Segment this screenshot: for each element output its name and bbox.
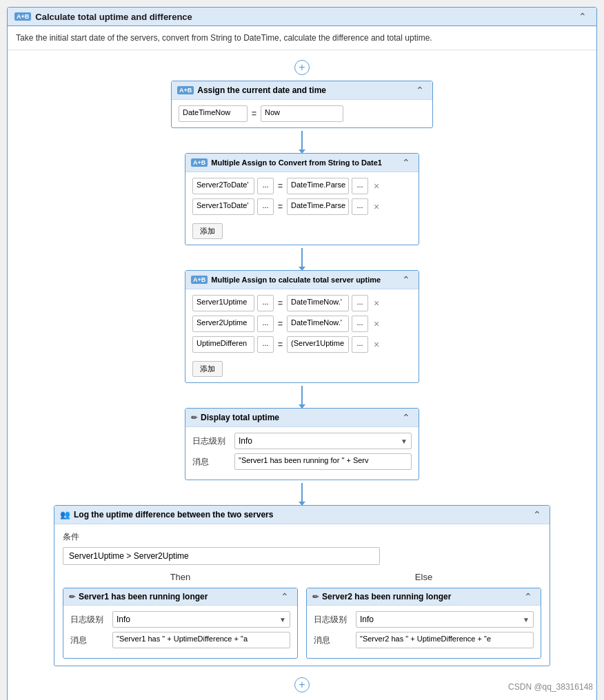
assign-date-block: A+B Assign the current date and time ⌃ D… [171, 81, 433, 128]
then-msg-label: 消息 [70, 635, 108, 646]
mac-row-0: Server2ToDate' ... = DateTime.Parse ... … [192, 178, 412, 194]
mact-del-2[interactable]: × [371, 339, 382, 350]
else-log-select[interactable]: Info ▼ [356, 611, 534, 628]
assign-date-row: DateTimeNow = Now [179, 105, 425, 122]
mac-add-btn[interactable]: 添加 [192, 223, 223, 239]
mac-del-0[interactable]: × [371, 181, 382, 192]
else-block-header: ✏ Server2 has been running longer ⌃ [307, 588, 541, 606]
mac-del-1[interactable]: × [371, 201, 382, 212]
else-msg-row: 消息 "Server2 has " + UptimeDifference + "… [314, 632, 534, 648]
assign-date-body: DateTimeNow = Now [172, 100, 432, 127]
multi-assign-convert-header: A+B Multiple Assign to Convert from Stri… [185, 154, 419, 172]
then-log-select[interactable]: Info ▼ [112, 611, 290, 628]
cond-title: Log the uptime difference between the tw… [74, 510, 273, 519]
datetime-val-field[interactable]: Now [261, 105, 343, 122]
assign-date-ab-icon: A+B [177, 86, 194, 94]
then-block-header: ✏ Server1 has been running longer ⌃ [63, 588, 297, 606]
main-collapse-btn[interactable]: ⌃ [576, 11, 590, 22]
mac-var-1[interactable]: Server1ToDate' [192, 198, 254, 215]
else-log-row: 日志级别 Info ▼ [314, 611, 534, 628]
assign-date-header-left: A+B Assign the current date and time [177, 85, 326, 95]
mact-val-2[interactable]: (Server1Uptime [287, 336, 349, 353]
mact-val-dots-2[interactable]: ... [352, 336, 368, 353]
watermark: CSDN @qq_38316148 [508, 682, 593, 692]
condition-header: 👥 Log the uptime difference between the … [54, 506, 550, 524]
mact-var-dots-2[interactable]: ... [257, 336, 274, 353]
condition-block: 👥 Log the uptime difference between the … [54, 505, 550, 666]
display-title: Display total uptime [201, 413, 279, 422]
datetime-var-field[interactable]: DateTimeNow [179, 105, 248, 122]
cond-collapse[interactable]: ⌃ [530, 509, 544, 520]
else-msg-value[interactable]: "Server2 has " + UptimeDifference + "e [356, 632, 534, 648]
multi-assign-convert-block: A+B Multiple Assign to Convert from Stri… [185, 153, 419, 245]
display-body: 日志级别 Info ▼ 消息 "Server1 has been running… [185, 427, 419, 480]
then-block-body: 日志级别 Info ▼ 消息 "Server1 has " + UptimeDi… [63, 606, 297, 658]
condition-body: 条件 Then ✏ Server1 has been running longe… [54, 524, 550, 666]
else-block-title: Server2 has been running longer [322, 592, 451, 601]
arrow-4 [301, 483, 303, 502]
else-msg-label: 消息 [314, 635, 352, 646]
add-btn-bottom[interactable]: + [294, 677, 310, 692]
assign-date-collapse[interactable]: ⌃ [413, 85, 427, 96]
else-edit-icon: ✏ [312, 593, 319, 601]
else-collapse[interactable]: ⌃ [521, 591, 535, 602]
mac-var-dots-0[interactable]: ... [257, 178, 274, 194]
mac-val-0[interactable]: DateTime.Parse [287, 178, 349, 194]
then-edit-icon: ✏ [69, 593, 75, 601]
main-header: A+B Calculate total uptime and differenc… [8, 8, 596, 26]
display-log-arrow: ▼ [401, 438, 407, 445]
then-msg-value[interactable]: "Server1 has " + UptimeDifference + "a [112, 632, 290, 648]
main-title: Calculate total uptime and difference [35, 12, 192, 22]
assign-date-header: A+B Assign the current date and time ⌃ [172, 81, 432, 100]
then-block-title: Server1 has been running longer [79, 592, 208, 601]
then-header-left: ✏ Server1 has been running longer [69, 592, 208, 601]
then-label: Then [63, 572, 298, 582]
main-header-left: A+B Calculate total uptime and differenc… [14, 12, 192, 22]
mact-del-1[interactable]: × [371, 318, 382, 329]
display-msg-label: 消息 [192, 456, 230, 468]
mact-val-1[interactable]: DateTimeNow.' [287, 316, 349, 332]
mact-ab-icon: A+B [191, 276, 208, 284]
display-log-label: 日志级别 [192, 435, 230, 447]
mact-var-dots-1[interactable]: ... [257, 316, 274, 332]
else-branch: Else ✏ Server2 has been running longer ⌃ [306, 572, 541, 659]
mact-eq-0: = [276, 298, 284, 308]
arrow-2 [301, 248, 303, 267]
mact-val-dots-0[interactable]: ... [352, 295, 368, 311]
display-log-select[interactable]: Info ▼ [234, 433, 412, 449]
mac-var-dots-1[interactable]: ... [257, 198, 274, 215]
mact-del-0[interactable]: × [371, 298, 382, 309]
display-collapse[interactable]: ⌃ [399, 412, 413, 423]
bottom-add-area: + [294, 669, 310, 700]
arrow-1 [301, 131, 303, 150]
mac-collapse[interactable]: ⌃ [399, 157, 413, 168]
add-btn-top[interactable]: + [294, 60, 310, 75]
then-collapse[interactable]: ⌃ [278, 591, 292, 602]
mac-ab-icon: A+B [191, 158, 208, 167]
mact-collapse[interactable]: ⌃ [399, 274, 413, 285]
mact-val-dots-1[interactable]: ... [352, 316, 368, 332]
display-block: ✏ Display total uptime ⌃ 日志级别 Info ▼ 消息 … [185, 408, 419, 480]
mact-var-2[interactable]: UptimeDifferen [192, 336, 254, 353]
mact-var-dots-0[interactable]: ... [257, 295, 274, 311]
mac-header-left: A+B Multiple Assign to Convert from Stri… [191, 158, 382, 167]
mac-var-0[interactable]: Server2ToDate' [192, 178, 254, 194]
else-block: ✏ Server2 has been running longer ⌃ 日志级别… [306, 588, 541, 659]
then-log-value: Info [117, 615, 130, 624]
mact-add-btn[interactable]: 添加 [192, 361, 223, 377]
mact-val-0[interactable]: DateTimeNow.' [287, 295, 349, 311]
mac-title: Multiple Assign to Convert from String t… [211, 158, 382, 167]
cond-input[interactable] [63, 547, 380, 565]
mact-var-1[interactable]: Server2Uptime [192, 316, 254, 332]
mac-val-dots-0[interactable]: ... [352, 178, 368, 194]
else-log-label: 日志级别 [314, 614, 352, 626]
mac-val-dots-1[interactable]: ... [352, 198, 368, 215]
branches: Then ✏ Server1 has been running longer ⌃ [63, 572, 541, 659]
mac-val-1[interactable]: DateTime.Parse [287, 198, 349, 215]
then-block: ✏ Server1 has been running longer ⌃ 日志级别… [63, 588, 298, 659]
then-log-arrow: ▼ [279, 616, 286, 624]
display-msg-value[interactable]: "Server1 has been running for " + Serv [234, 453, 412, 470]
mact-var-0[interactable]: Server1Uptime [192, 295, 254, 311]
mact-row-0: Server1Uptime ... = DateTimeNow.' ... × [192, 295, 412, 311]
then-log-row: 日志级别 Info ▼ [70, 611, 290, 628]
